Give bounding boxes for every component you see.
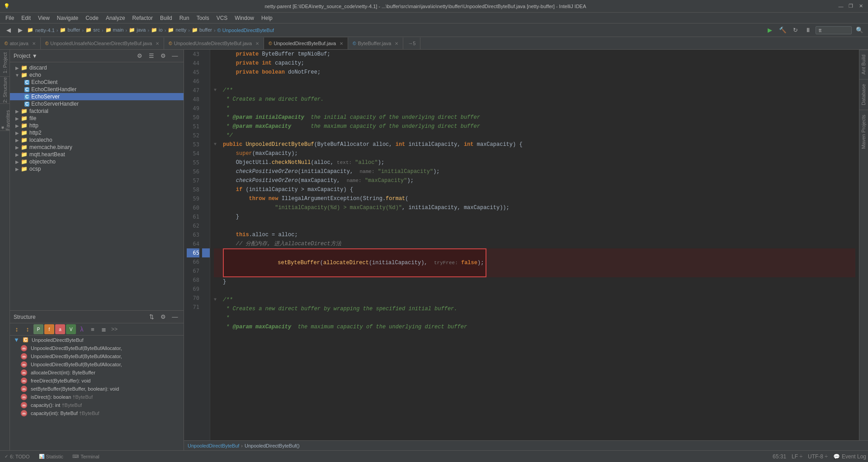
left-tab-project[interactable]: 1: Project	[0, 50, 9, 77]
tab-close-unsafe-no-cleaner[interactable]: ✕	[156, 41, 159, 46]
struct-inherited-button[interactable]: P	[33, 324, 43, 334]
right-tab-database[interactable]: Database	[859, 79, 868, 110]
tree-item-echoserver[interactable]: C EchoServer	[10, 93, 184, 100]
code-area[interactable]: private ByteBuffer tmpNioBuf; private in…	[210, 50, 859, 440]
right-tab-maven[interactable]: Maven Projects	[859, 110, 868, 154]
menu-help[interactable]: Help	[258, 14, 276, 22]
struct-method-5[interactable]: m freeDirect(ByteBuffer): void	[10, 377, 184, 385]
struct-lambda-button[interactable]: λ	[77, 324, 87, 334]
menu-navigate[interactable]: Navigate	[53, 14, 82, 22]
search-button[interactable]: 🔍	[854, 25, 864, 35]
nav-item-buffer[interactable]: 📁 buffer	[60, 27, 80, 33]
nav-item-netty2[interactable]: 📁 netty	[168, 27, 186, 33]
cursor-position[interactable]: 65:31	[773, 453, 786, 460]
nav-sync-button[interactable]: ↻	[790, 25, 800, 35]
struct-methods-button[interactable]: a	[55, 324, 65, 334]
structure-filter-button[interactable]: ⚙	[158, 312, 168, 322]
tree-item-file[interactable]: ▶ 📁 file	[10, 115, 184, 122]
tree-item-localecho[interactable]: ▶ 📁 localecho	[10, 136, 184, 144]
tab-close-ator[interactable]: ✕	[32, 41, 36, 46]
struct-method-7[interactable]: m isDirect(): boolean †ByteBuf	[10, 393, 184, 401]
nav-item-src[interactable]: 📁 src	[85, 27, 100, 33]
sidebar-sync-button[interactable]: ⚙	[135, 51, 145, 61]
struct-method-4[interactable]: m allocateDirect(int): ByteBuffer	[10, 369, 184, 377]
struct-method-1[interactable]: m UnpooledDirectByteBuf(ByteBufAllocator…	[10, 344, 184, 352]
search-input[interactable]	[816, 26, 852, 34]
struct-collapse-button[interactable]: ≡	[88, 324, 98, 334]
tree-item-echoclient[interactable]: C EchoClient	[10, 79, 184, 86]
right-tab-ant[interactable]: Ant Build	[859, 50, 868, 79]
tree-item-mqtt[interactable]: ▶ 📁 mqtt.heartBeat	[10, 151, 184, 158]
bottom-tab-terminal[interactable]: ⌨ Terminal	[70, 451, 102, 462]
left-tab-structure[interactable]: 2: Structure	[0, 77, 9, 104]
nav-forward-button[interactable]: ▶	[15, 25, 25, 35]
struct-method-2[interactable]: m UnpooledDirectByteBuf(ByteBufAllocator…	[10, 352, 184, 360]
bottom-tab-todo[interactable]: ✓ 6: TODO	[2, 451, 33, 462]
event-log[interactable]: 💬 Event Log	[833, 453, 866, 460]
struct-method-3[interactable]: m UnpooledDirectByteBuf(ByteBufAllocator…	[10, 360, 184, 369]
tree-item-echoserverhandler[interactable]: C EchoServerHandler	[10, 100, 184, 107]
nav-back-button[interactable]: ◀	[4, 25, 14, 35]
structure-close-button[interactable]: —	[170, 312, 180, 322]
struct-class-header[interactable]: ▼ C UnpooledDirectByteBuf	[10, 336, 184, 344]
struct-expand-button[interactable]: ≣	[99, 324, 108, 334]
tab-close-bytebuffer[interactable]: ✕	[395, 41, 398, 46]
tree-item-echo[interactable]: ▼ 📁 echo	[10, 71, 184, 79]
breadcrumb-method[interactable]: UnpooledDirectByteBuf()	[245, 443, 300, 448]
nav-item-io[interactable]: 📁 io	[151, 27, 163, 33]
menu-window[interactable]: Window	[231, 14, 258, 22]
menu-tools[interactable]: Tools	[193, 14, 213, 22]
tab-unsafe-no-cleaner[interactable]: © UnpooledUnsafeNoCleanerDirectByteBuf.j…	[41, 37, 164, 49]
menu-run[interactable]: Run	[176, 14, 193, 22]
struct-anon-button[interactable]: V	[66, 324, 76, 334]
structure-sort-button[interactable]: ⇅	[146, 312, 156, 322]
sidebar-gear-button[interactable]: ☰	[146, 51, 156, 61]
menu-file[interactable]: File	[2, 14, 18, 22]
tree-item-discard[interactable]: ▶ 📁 discard	[10, 64, 184, 71]
nav-build-button[interactable]: 🔨	[778, 25, 788, 35]
nav-item-main[interactable]: 📁 main	[105, 27, 124, 33]
struct-method-6[interactable]: m setByteBuffer(ByteBuffer, boolean): vo…	[10, 385, 184, 393]
tab-more[interactable]: →5	[403, 37, 420, 49]
menu-refactor[interactable]: Refactor	[129, 14, 156, 22]
line-separator[interactable]: LF ÷	[792, 453, 802, 460]
struct-fields-button[interactable]: f	[44, 324, 54, 334]
tree-item-ocsp[interactable]: ▶ 📁 ocsp	[10, 165, 184, 173]
tab-close-unsafe-direct[interactable]: ✕	[255, 41, 259, 46]
menu-view[interactable]: View	[34, 14, 53, 22]
tree-item-factorial[interactable]: ▶ 📁 factorial	[10, 107, 184, 115]
menu-vcs[interactable]: VCS	[213, 14, 231, 22]
breadcrumb-class[interactable]: UnpooledDirectByteBuf	[188, 443, 239, 448]
struct-more-icon[interactable]: >>	[111, 326, 118, 332]
tree-item-echoclienthandler[interactable]: C EchoClientHandler	[10, 86, 184, 93]
sidebar-collapse-button[interactable]: —	[170, 51, 180, 61]
tab-bytebuffer[interactable]: © ByteBuffer.java ✕	[348, 37, 403, 49]
tree-item-memcache[interactable]: ▶ 📁 memcache.binary	[10, 144, 184, 151]
struct-sort-type-button[interactable]: ↕	[23, 324, 33, 334]
sidebar-settings-button[interactable]: ⚙	[158, 51, 168, 61]
tab-ator[interactable]: © ator.java ✕	[0, 37, 41, 49]
tree-item-objectecho[interactable]: ▶ 📁 objectecho	[10, 158, 184, 165]
struct-method-9[interactable]: m capacity(int): ByteBuf †ByteBuf	[10, 409, 184, 417]
tab-unpooled-direct[interactable]: © UnpooledDirectByteBuf.java ✕	[264, 37, 348, 49]
encoding[interactable]: UTF-8 ÷	[808, 453, 828, 460]
nav-item-class[interactable]: © UnpooledDirectByteBuf	[217, 28, 274, 33]
close-button[interactable]: ✕	[857, 3, 864, 10]
struct-sort-alpha-button[interactable]: ↕	[12, 324, 22, 334]
tab-unsafe-direct[interactable]: © UnpooledUnsafeDirectByteBuf.java ✕	[164, 37, 264, 49]
nav-run-button[interactable]: ▶	[765, 25, 775, 35]
menu-code[interactable]: Code	[82, 14, 102, 22]
nav-pause-button[interactable]: ⏸	[803, 25, 813, 35]
tree-item-http2[interactable]: ▶ 📁 http2	[10, 129, 184, 136]
tab-close-unpooled-direct[interactable]: ✕	[340, 41, 343, 46]
minimize-button[interactable]: —	[837, 3, 844, 10]
menu-edit[interactable]: Edit	[18, 14, 34, 22]
menu-analyze[interactable]: Analyze	[102, 14, 129, 22]
menu-build[interactable]: Build	[156, 14, 176, 22]
tree-item-http[interactable]: ▶ 📁 http	[10, 122, 184, 129]
nav-item-netty[interactable]: netty-4.1	[35, 28, 55, 33]
bottom-tab-statistic[interactable]: 📊 Statistic	[36, 451, 66, 462]
nav-item-java[interactable]: 📁 java	[129, 27, 146, 33]
nav-item-buffer2[interactable]: 📁 buffer	[192, 27, 212, 33]
struct-method-8[interactable]: m capacity(): int †ByteBuf	[10, 401, 184, 409]
